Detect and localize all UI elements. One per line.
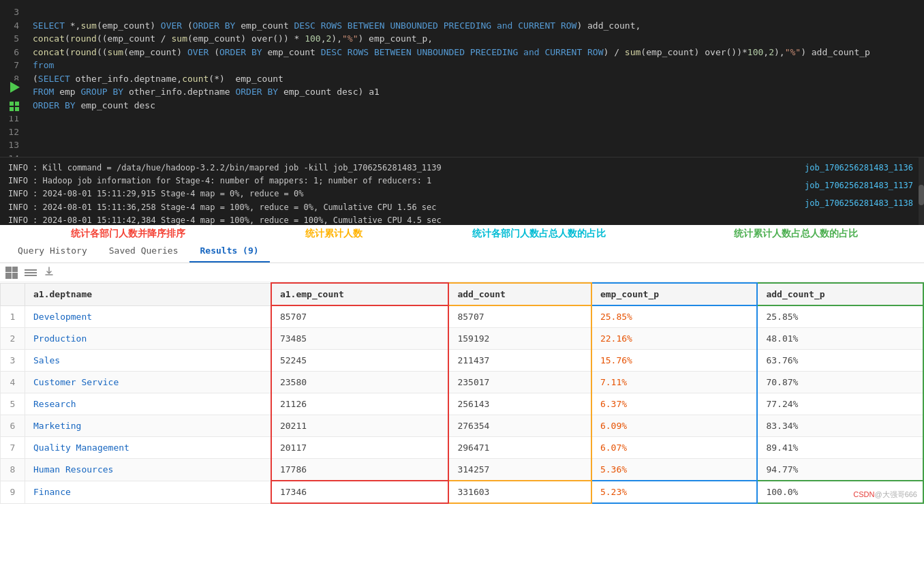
- cell-1: Production: [25, 328, 271, 350]
- label-3: 统计各部门人数占总人数的占比: [472, 228, 606, 239]
- cell-4: 6.09%: [591, 415, 758, 437]
- cell-0: 3: [1, 350, 25, 372]
- grid-icon: [10, 102, 20, 112]
- cell-3: 314257: [448, 459, 591, 481]
- table-row: 6Marketing202112763546.09%83.34%: [1, 415, 924, 437]
- svg-rect-2: [10, 107, 14, 111]
- table-row: 9Finance173463316035.23%100.0%: [1, 481, 924, 503]
- log-scrollbar-thumb[interactable]: [919, 185, 924, 205]
- cell-2: 20117: [271, 437, 449, 459]
- cell-4: 5.23%: [591, 481, 758, 503]
- cell-3: 296471: [448, 437, 591, 459]
- tab-results[interactable]: Results (9): [189, 240, 270, 262]
- job-link-1138[interactable]: job_1706256281483_1138: [805, 197, 913, 210]
- col-header-emp-count-p[interactable]: emp_count_p: [591, 283, 758, 305]
- table-row: 3Sales5224521143715.76%63.76%: [1, 350, 924, 372]
- log-line-2: INFO : Hadoop job information for Stage-…: [8, 175, 916, 188]
- cell-4: 6.07%: [591, 437, 758, 459]
- run-triangle-icon: [10, 82, 20, 93]
- cell-2: 23580: [271, 372, 449, 393]
- cell-5: 63.76%: [757, 350, 923, 372]
- cell-0: 7: [1, 437, 25, 459]
- cell-2: 85707: [271, 305, 449, 328]
- col-header-num: [1, 283, 25, 305]
- table-tool-rows-icon[interactable]: [25, 269, 37, 276]
- label-2: 统计累计人数: [305, 228, 363, 239]
- cell-1: Research: [25, 393, 271, 415]
- cell-1: Development: [25, 305, 271, 328]
- job-link-1137[interactable]: job_1706256281483_1137: [805, 179, 913, 192]
- table-row: 4Customer Service235802350177.11%70.87%: [1, 372, 924, 393]
- col-header-deptname[interactable]: a1.deptname: [25, 283, 271, 305]
- cell-3: 331603: [448, 481, 591, 503]
- label-4: 统计累计人数占总人数的占比: [734, 228, 858, 239]
- cell-3: 235017: [448, 372, 591, 393]
- label-1: 统计各部门人数并降序排序: [71, 228, 185, 239]
- cell-4: 22.16%: [591, 328, 758, 350]
- cell-4: 5.36%: [591, 459, 758, 481]
- cell-0: 2: [1, 328, 25, 350]
- table-tools: [0, 263, 924, 282]
- cell-5: 70.87%: [757, 372, 923, 393]
- grid-button[interactable]: [7, 100, 23, 116]
- cell-2: 20211: [271, 415, 449, 437]
- code-editor[interactable]: 34567 89101112 1314151617 SELECT *,sum(e…: [0, 0, 924, 157]
- cell-3: 256143: [448, 393, 591, 415]
- cell-1: Customer Service: [25, 372, 271, 393]
- cell-1: Finance: [25, 481, 271, 503]
- cell-1: Human Resources: [25, 459, 271, 481]
- run-button[interactable]: [7, 80, 23, 96]
- table-tool-download-icon[interactable]: [44, 266, 55, 279]
- cell-2: 52245: [271, 350, 449, 372]
- cell-4: 15.76%: [591, 350, 758, 372]
- table-row: 1Development857078570725.85%25.85%: [1, 305, 924, 328]
- cell-5: 48.01%: [757, 328, 923, 350]
- cell-3: 159192: [448, 328, 591, 350]
- cell-4: 6.37%: [591, 393, 758, 415]
- cell-2: 73485: [271, 328, 449, 350]
- log-area: INFO : Kill command = /data/hue/hadoop-3…: [0, 157, 924, 225]
- table-row: 7Quality Management201172964716.07%89.41…: [1, 437, 924, 459]
- col-header-add-count-p[interactable]: add_count_p: [757, 283, 923, 305]
- cell-2: 17786: [271, 459, 449, 481]
- cell-5: 77.24%: [757, 393, 923, 415]
- table-row: 5Research211262561436.37%77.24%: [1, 393, 924, 415]
- results-table: a1.deptname a1.emp_count add_count emp_c…: [0, 282, 924, 504]
- log-line-5: INFO : 2024-08-01 15:11:42,384 Stage-4 m…: [8, 214, 916, 225]
- watermark: CSDN@大强哥666: [853, 490, 917, 500]
- cell-1: Sales: [25, 350, 271, 372]
- table-row: 2Production7348515919222.16%48.01%: [1, 328, 924, 350]
- table-tool-grid-icon[interactable]: [5, 267, 18, 279]
- cell-4: 7.11%: [591, 372, 758, 393]
- cell-5: 94.77%: [757, 459, 923, 481]
- svg-rect-0: [10, 102, 14, 106]
- col-header-emp-count[interactable]: a1.emp_count: [271, 283, 449, 305]
- cell-0: 1: [1, 305, 25, 328]
- cell-0: 4: [1, 372, 25, 393]
- cell-0: 5: [1, 393, 25, 415]
- labels-row: 统计各部门人数并降序排序 统计累计人数 统计各部门人数占总人数的占比 统计累计人…: [0, 225, 924, 240]
- cell-0: 6: [1, 415, 25, 437]
- job-link-1136[interactable]: job_1706256281483_1136: [805, 162, 913, 175]
- cell-5: 83.34%: [757, 415, 923, 437]
- col-header-add-count[interactable]: add_count: [448, 283, 591, 305]
- tab-query-history[interactable]: Query History: [7, 240, 98, 262]
- svg-rect-3: [15, 107, 19, 111]
- log-line-1: INFO : Kill command = /data/hue/hadoop-3…: [8, 162, 916, 175]
- results-container: a1.deptname a1.emp_count add_count emp_c…: [0, 282, 924, 504]
- log-line-3: INFO : 2024-08-01 15:11:29,915 Stage-4 m…: [8, 188, 916, 200]
- cell-5: 89.41%: [757, 437, 923, 459]
- cell-4: 25.85%: [591, 305, 758, 328]
- cell-3: 211437: [448, 350, 591, 372]
- tab-saved-queries[interactable]: Saved Queries: [98, 240, 189, 262]
- cell-2: 21126: [271, 393, 449, 415]
- log-scrollbar[interactable]: [919, 158, 924, 225]
- cell-1: Quality Management: [25, 437, 271, 459]
- log-line-4: INFO : 2024-08-01 15:11:36,258 Stage-4 m…: [8, 201, 916, 214]
- cell-0: 9: [1, 481, 25, 503]
- cell-0: 8: [1, 459, 25, 481]
- tabs-bar: Query History Saved Queries Results (9): [0, 240, 924, 263]
- code-text[interactable]: SELECT *,sum(emp_count) OVER (ORDER BY e…: [25, 0, 924, 157]
- cell-3: 85707: [448, 305, 591, 328]
- table-row: 8Human Resources177863142575.36%94.77%: [1, 459, 924, 481]
